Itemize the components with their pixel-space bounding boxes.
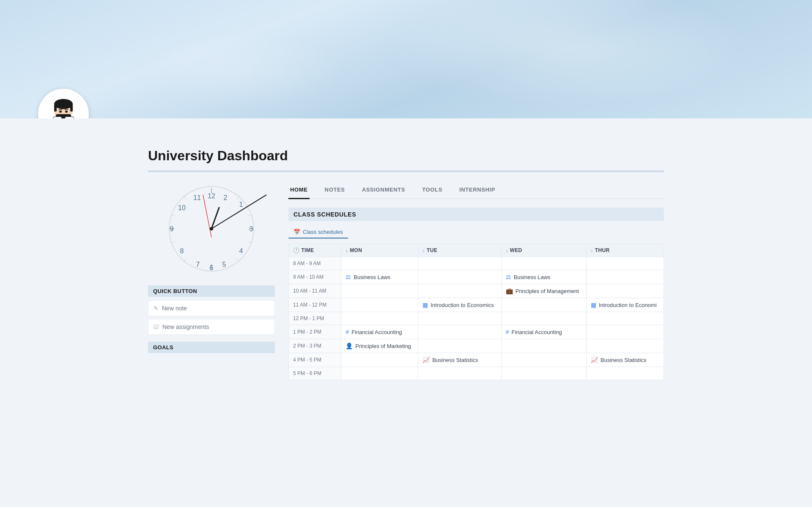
schedule-table: 🕐 TIME ↓ MON ↓ — [288, 244, 664, 380]
th-time: 🕐 TIME — [289, 244, 341, 257]
tab-tools[interactable]: TOOLS — [420, 182, 444, 199]
th-thur: ↓ THUR — [586, 244, 664, 257]
mon-cell-1: ⚖Business Laws — [341, 270, 418, 284]
wed-course-name-1: Business Laws — [514, 274, 551, 280]
mon-cell-8 — [341, 367, 418, 380]
new-note-label: New note — [162, 305, 187, 312]
thur-cell-8 — [586, 367, 664, 380]
time-cell: 9 AM - 10 AM — [289, 270, 341, 284]
table-row: 5 PM - 6 PM — [289, 367, 664, 380]
tue-arrow: ↓ — [422, 248, 425, 253]
mon-course-name-1: Business Laws — [354, 274, 390, 280]
wed-cell-6 — [501, 339, 586, 353]
clock-face: 12 1 3 4 5 6 7 8 9 10 11 2 — [156, 182, 266, 275]
tab-notes[interactable]: NOTES — [323, 182, 347, 199]
thur-cell-0 — [586, 257, 664, 270]
table-row: 11 AM - 12 PM▦Introduction to Economics▦… — [289, 298, 664, 312]
thur-cell-2 — [586, 284, 664, 298]
thur-cell-1 — [586, 270, 664, 284]
tue-course-icon-7: 📈 — [422, 356, 430, 363]
new-assignments-icon: ☑ — [154, 323, 159, 330]
tue-course-name-7: Business Statistics — [432, 357, 478, 363]
tab-home[interactable]: HOME — [288, 182, 310, 199]
mon-cell-4 — [341, 312, 418, 325]
wed-course-icon-1: ⚖ — [506, 274, 511, 280]
tue-course-icon-3: ▦ — [422, 301, 428, 308]
svg-text:9: 9 — [170, 225, 174, 233]
hero-banner — [0, 0, 812, 118]
tab-assignments[interactable]: ASSIGNMENTS — [360, 182, 407, 199]
mon-course-name-6: Principles of Marketing — [355, 343, 411, 349]
thur-cell-7: 📈Business Statistics — [586, 353, 664, 367]
tue-cell-3: ▦Introduction to Economics — [418, 298, 501, 312]
time-cell: 11 AM - 12 PM — [289, 298, 341, 312]
tue-cell-7: 📈Business Statistics — [418, 353, 501, 367]
wed-cell-5: #Financial Accounting — [501, 325, 586, 339]
calendar-tab-label: Class schedules — [303, 229, 343, 235]
table-row: 4 PM - 5 PM📈Business Statistics📈Business… — [289, 353, 664, 367]
svg-text:6: 6 — [210, 264, 214, 271]
page-title: University Dashboard — [148, 148, 664, 164]
thur-course-icon-7: 📈 — [591, 356, 598, 363]
thur-course-name-7: Business Statistics — [601, 357, 646, 363]
thur-course-icon-3: ▦ — [591, 301, 596, 308]
tue-cell-8 — [418, 367, 501, 380]
table-row: 1 PM - 2 PM#Financial Accounting#Financi… — [289, 325, 664, 339]
table-row: 10 AM - 11 AM💼Principles of Management — [289, 284, 664, 298]
mon-cell-3 — [341, 298, 418, 312]
svg-point-2 — [54, 99, 73, 109]
nav-tabs: HOME NOTES ASSIGNMENTS TOOLS INTERNSHIP — [288, 182, 664, 199]
th-tue: ↓ TUE — [418, 244, 501, 257]
svg-text:7: 7 — [196, 261, 200, 268]
thur-cell-5 — [586, 325, 664, 339]
left-sidebar: 12 1 3 4 5 6 7 8 9 10 11 2 — [148, 182, 275, 356]
clock-container: 12 1 3 4 5 6 7 8 9 10 11 2 — [156, 182, 266, 275]
svg-rect-4 — [70, 104, 73, 112]
class-schedules-header: CLASS SCHEDULES — [288, 208, 664, 221]
th-wed: ↓ WED — [501, 244, 586, 257]
mon-course-icon-6: 👤 — [346, 343, 353, 349]
goals-section: GOALS — [148, 342, 275, 353]
mon-cell-6: 👤Principles of Marketing — [341, 339, 418, 353]
time-cell: 8 AM - 9 AM — [289, 257, 341, 270]
mon-cell-7 — [341, 353, 418, 367]
svg-text:5: 5 — [222, 261, 226, 268]
table-row: 8 AM - 9 AM — [289, 257, 664, 270]
goals-header: GOALS — [148, 342, 275, 353]
mon-cell-0 — [341, 257, 418, 270]
svg-point-45 — [210, 227, 213, 230]
quick-button-header: QUICK BUTTON — [148, 285, 275, 297]
page-content: University Dashboard — [110, 118, 702, 380]
time-cell: 2 PM - 3 PM — [289, 339, 341, 353]
main-layout: 12 1 3 4 5 6 7 8 9 10 11 2 — [148, 182, 664, 380]
thur-cell-6 — [586, 339, 664, 353]
new-assignments-button[interactable]: ☑ New assignments — [148, 319, 275, 335]
wed-course-name-2: Principles of Management — [516, 288, 579, 294]
tab-internship[interactable]: INTERNSHIP — [458, 182, 497, 199]
wed-cell-4 — [501, 312, 586, 325]
title-divider — [148, 170, 664, 172]
wed-cell-1: ⚖Business Laws — [501, 270, 586, 284]
new-note-icon: ✎ — [154, 305, 159, 312]
wed-arrow: ↓ — [506, 248, 508, 253]
svg-line-44 — [203, 195, 211, 237]
svg-text:4: 4 — [239, 247, 243, 255]
wed-course-icon-2: 💼 — [506, 288, 513, 294]
table-header-row: 🕐 TIME ↓ MON ↓ — [289, 244, 664, 257]
tue-cell-6 — [418, 339, 501, 353]
mon-cell-5: #Financial Accounting — [341, 325, 418, 339]
mon-cell-2 — [341, 284, 418, 298]
table-row: 2 PM - 3 PM👤Principles of Marketing — [289, 339, 664, 353]
thur-cell-4 — [586, 312, 664, 325]
svg-text:1: 1 — [239, 201, 243, 208]
th-mon: ↓ MON — [341, 244, 418, 257]
svg-rect-3 — [54, 104, 57, 112]
time-cell: 1 PM - 2 PM — [289, 325, 341, 339]
avatar-image — [42, 93, 85, 118]
table-row: 12 PM - 1 PM — [289, 312, 664, 325]
clock-icon: 🕐 — [293, 247, 299, 253]
thur-course-name-3: Introduction to Economi — [599, 302, 657, 308]
calendar-tab[interactable]: 📅 Class schedules — [288, 226, 348, 238]
mon-course-icon-5: # — [346, 329, 349, 335]
new-note-button[interactable]: ✎ New note — [148, 300, 275, 316]
